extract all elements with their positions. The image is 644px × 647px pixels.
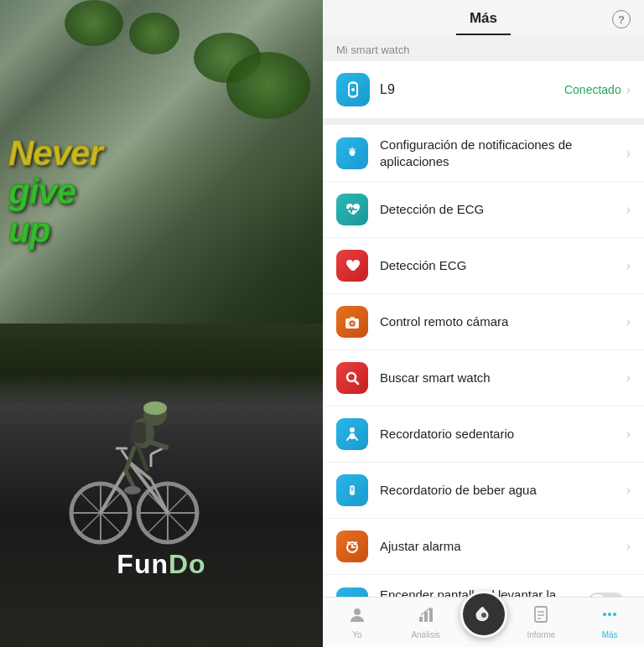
menu-item-sedentary[interactable]: Recordatorio sedentario › <box>323 406 644 463</box>
chevron-icon: › <box>626 370 631 386</box>
person-icon <box>344 426 361 443</box>
device-card[interactable]: L9 Conectado › <box>323 61 644 118</box>
heart-ecg-icon <box>344 201 361 218</box>
gear-icon <box>344 145 361 162</box>
chevron-icon: › <box>626 427 631 442</box>
right-panel: Más ? Mi smart watch L9 Conectado › <box>323 0 644 647</box>
menu-item-ecg1[interactable]: Detección de ECG › <box>323 182 644 238</box>
chevron-icon: › <box>626 258 631 273</box>
menu-item-notifications[interactable]: Configuración de notificaciones de aplic… <box>323 125 644 182</box>
svg-rect-35 <box>350 317 355 319</box>
ecg1-icon <box>336 194 368 225</box>
nav-label-informe: Informe <box>527 630 555 639</box>
person-nav-icon <box>348 605 366 629</box>
chevron-icon: › <box>626 539 631 554</box>
nav-item-yo[interactable]: Yo <box>323 598 392 647</box>
chevron-icon: › <box>626 483 631 498</box>
water-icon <box>336 474 368 506</box>
cyclist-illustration <box>67 379 201 546</box>
svg-rect-51 <box>424 612 428 622</box>
menu-item-water[interactable]: Recordatorio de beber agua › <box>323 463 644 519</box>
nav-label-mas: Más <box>602 630 618 639</box>
svg-line-40 <box>347 437 350 440</box>
svg-point-34 <box>351 322 354 325</box>
svg-point-26 <box>124 486 141 494</box>
menu-text-sedentary: Recordatorio sedentario <box>380 426 626 443</box>
svg-line-37 <box>355 380 358 384</box>
toggle-knob <box>589 594 607 598</box>
svg-rect-29 <box>351 96 356 98</box>
svg-point-38 <box>350 427 355 432</box>
device-status: Conectado <box>564 83 621 96</box>
svg-rect-54 <box>535 607 547 622</box>
report-nav-icon <box>532 605 550 629</box>
svg-point-60 <box>613 613 616 616</box>
hand-icon <box>336 587 368 598</box>
content-area: Mi smart watch L9 Conectado › <box>323 35 644 597</box>
chevron-icon: › <box>626 82 631 97</box>
water-drop-icon <box>344 482 361 499</box>
camera-svg-icon <box>344 313 361 330</box>
svg-rect-43 <box>351 487 354 491</box>
left-panel: Never give up <box>0 0 323 647</box>
svg-point-20 <box>143 401 167 415</box>
svg-rect-22 <box>129 422 146 443</box>
chart-nav-icon <box>417 605 435 629</box>
svg-point-59 <box>608 613 611 616</box>
nav-item-informe[interactable]: Informe <box>507 598 576 647</box>
camera-icon <box>336 306 368 338</box>
menu-text-notifications: Configuración de notificaciones de aplic… <box>380 137 626 169</box>
chevron-icon: › <box>626 146 631 161</box>
alarm-icon <box>336 531 368 562</box>
help-button[interactable]: ? <box>612 10 631 28</box>
menu-item-find-watch[interactable]: Buscar smart watch › <box>323 350 644 406</box>
ivy-decoration <box>226 52 310 119</box>
device-icon <box>336 73 370 106</box>
motivational-text: Never give up <box>8 134 102 251</box>
center-nav-icon <box>474 604 494 624</box>
chevron-icon: › <box>626 202 631 217</box>
bottom-nav: Yo Análisis <box>323 597 644 647</box>
ecg2-icon <box>336 250 368 282</box>
menu-text-camera: Control remoto cámara <box>380 313 626 330</box>
svg-point-49 <box>354 608 361 615</box>
menu-item-alarm[interactable]: Ajustar alarma › <box>323 519 644 575</box>
svg-rect-52 <box>429 608 433 622</box>
background: Never give up <box>0 0 323 647</box>
section-label: Mi smart watch <box>323 35 644 61</box>
alarm-svg-icon <box>344 538 361 555</box>
svg-point-30 <box>351 88 355 91</box>
nav-center-button[interactable] <box>460 591 507 638</box>
svg-line-41 <box>355 437 357 440</box>
menu-section: Configuración de notificaciones de aplic… <box>323 125 644 597</box>
notifications-icon <box>336 137 368 169</box>
nav-item-mas[interactable]: Más <box>575 598 644 647</box>
more-nav-icon <box>600 605 619 629</box>
svg-rect-28 <box>351 81 356 84</box>
nav-label-yo: Yo <box>352 630 361 639</box>
search-icon <box>336 362 368 394</box>
nav-item-analisis[interactable]: Análisis <box>392 598 460 647</box>
nav-label-analisis: Análisis <box>411 630 439 639</box>
menu-text-alarm: Ajustar alarma <box>380 538 626 555</box>
svg-rect-50 <box>419 617 423 622</box>
sedentary-icon <box>336 418 368 450</box>
ivy-decoration <box>65 0 123 46</box>
fundo-logo: FunDo <box>117 549 205 580</box>
heart-red-icon <box>344 257 361 274</box>
svg-point-53 <box>481 613 486 618</box>
chevron-icon: › <box>626 314 631 329</box>
menu-text-ecg2: Detección ECG <box>380 257 626 274</box>
menu-text-ecg1: Detección de ECG <box>380 201 626 218</box>
menu-item-ecg2[interactable]: Detección ECG › <box>323 238 644 294</box>
search-svg-icon <box>344 370 361 386</box>
wrist-toggle[interactable] <box>587 593 626 598</box>
device-name: L9 <box>380 82 564 97</box>
menu-text-water: Recordatorio de beber agua <box>380 482 626 499</box>
menu-item-camera[interactable]: Control remoto cámara › <box>323 294 644 350</box>
svg-point-58 <box>603 613 606 616</box>
svg-rect-39 <box>350 433 355 439</box>
menu-text-find-watch: Buscar smart watch <box>380 370 626 386</box>
svg-line-25 <box>138 448 147 469</box>
svg-line-24 <box>126 471 134 488</box>
